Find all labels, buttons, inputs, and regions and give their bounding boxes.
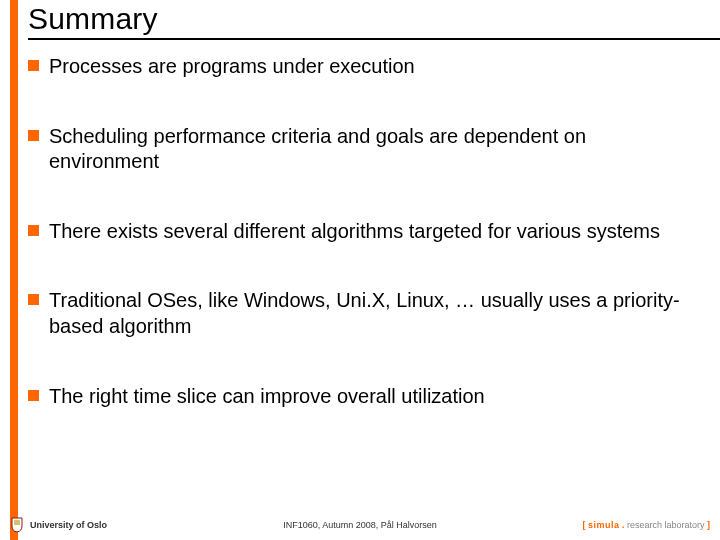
footer: University of Oslo INF1060, Autumn 2008,…	[0, 514, 720, 540]
bullet-square-icon	[28, 60, 39, 71]
slide-body: Processes are programs under execution S…	[0, 40, 720, 540]
bullet-item: There exists several different algorithm…	[28, 219, 692, 245]
bullet-text: The right time slice can improve overall…	[49, 384, 485, 410]
bullet-item: Processes are programs under execution	[28, 54, 692, 80]
bullet-text: There exists several different algorithm…	[49, 219, 660, 245]
slide: Summary Processes are programs under exe…	[0, 0, 720, 540]
bullet-text: Processes are programs under execution	[49, 54, 415, 80]
footer-right: [ simula . research laboratory ]	[582, 520, 710, 530]
bracket-close-icon: ]	[705, 520, 711, 530]
bullet-item: Traditional OSes, like Windows, Uni.X, L…	[28, 288, 692, 339]
footer-right-suffix: research laboratory	[627, 520, 705, 530]
bullet-square-icon	[28, 225, 39, 236]
bullet-square-icon	[28, 390, 39, 401]
bullet-square-icon	[28, 294, 39, 305]
bullet-text: Traditional OSes, like Windows, Uni.X, L…	[49, 288, 692, 339]
accent-bar	[10, 0, 18, 540]
dot-icon: .	[619, 520, 627, 530]
slide-title: Summary	[28, 2, 720, 36]
bullet-text: Scheduling performance criteria and goal…	[49, 124, 692, 175]
bullet-item: The right time slice can improve overall…	[28, 384, 692, 410]
title-block: Summary	[0, 0, 720, 40]
bullet-item: Scheduling performance criteria and goal…	[28, 124, 692, 175]
footer-brand: simula	[588, 520, 620, 530]
bullet-square-icon	[28, 130, 39, 141]
